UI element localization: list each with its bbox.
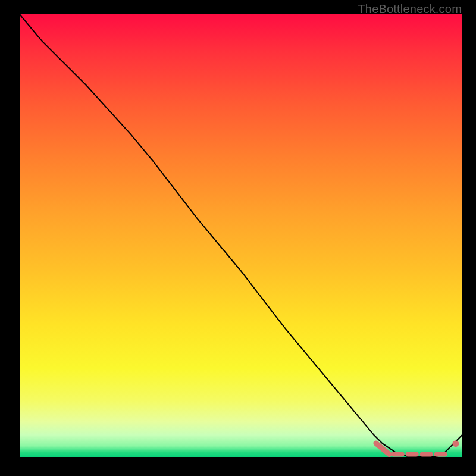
end-marker: [452, 440, 459, 447]
chart-overlay: [20, 14, 462, 457]
dashed-baseline: [376, 443, 447, 455]
dash-lead: [376, 443, 389, 455]
main-curve: [20, 14, 462, 457]
curve-path: [20, 14, 462, 457]
end-dot: [452, 440, 459, 447]
chart-frame: TheBottleneck.com: [0, 0, 476, 476]
